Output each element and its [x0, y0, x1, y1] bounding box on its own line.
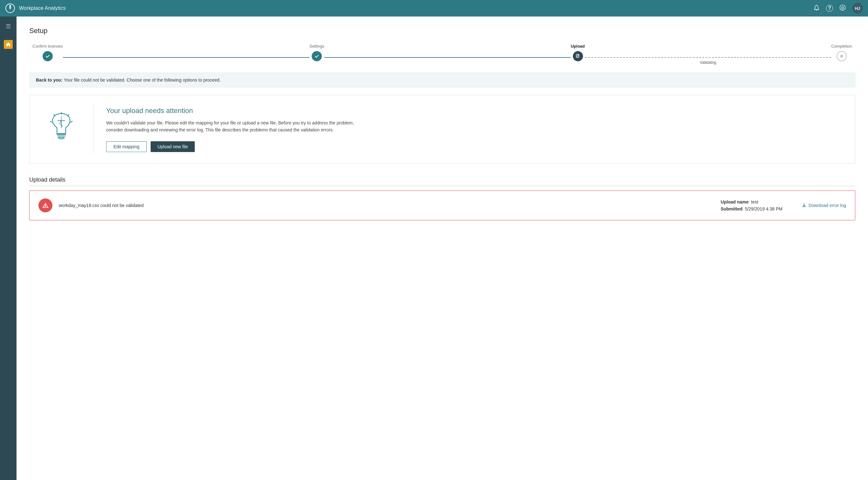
attention-title: Your upload needs attention	[106, 107, 842, 115]
step-circle-confirm	[42, 51, 53, 61]
main-content: Setup Confirm licenses Settings	[17, 16, 868, 480]
step-confirm-licenses: Confirm licenses	[32, 44, 63, 61]
validating-label: Validating	[700, 60, 716, 65]
step-label-completion: Completion	[831, 44, 852, 48]
upload-details-title: Upload details	[29, 176, 855, 186]
connector-line-3	[585, 57, 832, 58]
upload-meta: Upload name: test Submitted: 5/29/2019 4…	[720, 199, 782, 211]
notifications-icon[interactable]	[813, 4, 820, 12]
app-logo	[5, 3, 15, 13]
edit-mapping-button[interactable]: Edit mapping	[106, 141, 147, 152]
download-error-log-label: Download error log	[809, 203, 846, 208]
upload-filename: workday_may18.csv could not be validated	[59, 203, 720, 208]
upload-details-section: Upload details workday_may18.csv could n…	[29, 176, 855, 220]
app-title: Workplace Analytics	[19, 5, 66, 11]
step-label-upload: Upload	[570, 44, 585, 48]
topnav: Workplace Analytics ? HJ	[0, 0, 868, 16]
svg-line-10	[50, 122, 52, 123]
sidebar-home-item[interactable]	[3, 39, 14, 50]
alert-back-to-you: Back to you:	[36, 77, 63, 82]
app-body: ☰ Setup Confirm licenses	[0, 16, 868, 480]
connector-3: Validating	[585, 44, 832, 58]
svg-line-8	[70, 122, 72, 123]
upload-row: workday_may18.csv could not be validated…	[29, 191, 855, 220]
feedback-icon[interactable]	[839, 4, 846, 12]
step-completion: Completion	[831, 44, 852, 61]
connector-2	[324, 44, 571, 58]
svg-point-4	[843, 7, 844, 8]
attention-description: We couldn't validate your file. Please e…	[106, 119, 354, 134]
attention-buttons: Edit mapping Upload new file	[106, 141, 842, 152]
svg-point-20	[45, 206, 46, 207]
step-circle-upload	[573, 51, 583, 61]
connector-1	[63, 44, 309, 58]
connector-line-2	[324, 57, 571, 58]
home-icon	[6, 42, 11, 47]
submitted-item: Submitted: 5/29/2019 4:38 PM	[720, 206, 782, 211]
sidebar-hamburger[interactable]: ☰	[3, 20, 13, 32]
step-upload: Upload	[570, 44, 585, 61]
user-avatar[interactable]: HJ	[852, 3, 863, 14]
steps-progress: Confirm licenses Settings	[29, 44, 855, 61]
step-settings: Settings	[309, 44, 324, 61]
step-label-settings: Settings	[309, 44, 324, 48]
upload-error-icon	[38, 198, 53, 212]
svg-point-3	[842, 7, 842, 8]
sidebar: ☰	[0, 16, 17, 480]
help-icon[interactable]: ?	[826, 5, 833, 12]
page-title: Setup	[29, 27, 855, 35]
svg-point-1	[9, 5, 11, 7]
connector-line-1	[63, 57, 309, 58]
step-circle-completion	[837, 51, 847, 61]
download-icon	[802, 203, 807, 208]
svg-point-2	[840, 5, 845, 10]
download-error-log-link[interactable]: Download error log	[802, 203, 846, 208]
home-icon-container	[4, 40, 13, 49]
upload-name-item: Upload name: test	[720, 199, 782, 204]
alert-message: Your file could not be validated. Choose…	[63, 77, 220, 82]
lightbulb-icon	[45, 112, 77, 147]
step-circle-settings	[312, 51, 322, 61]
alert-box: Back to you: Your file could not be vali…	[29, 73, 855, 87]
step-label-confirm: Confirm licenses	[32, 44, 63, 48]
attention-icon-side	[30, 95, 93, 164]
upload-new-file-button[interactable]: Upload new file	[151, 141, 195, 152]
attention-content: Your upload needs attention We couldn't …	[93, 95, 855, 164]
topnav-actions: ? HJ	[813, 3, 863, 14]
attention-card: Your upload needs attention We couldn't …	[29, 95, 855, 164]
